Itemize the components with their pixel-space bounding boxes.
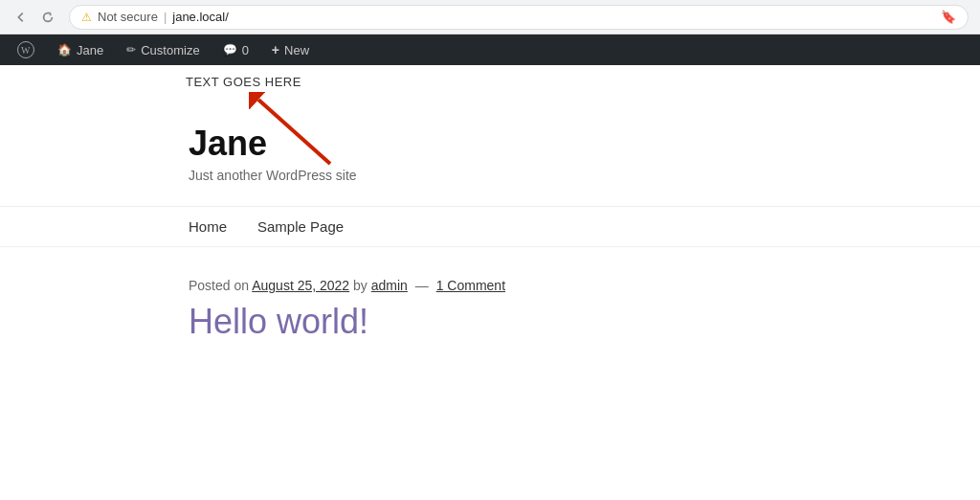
annotation-text: TEXT GOES HERE (186, 75, 301, 89)
post-title: Hello world! (189, 301, 791, 342)
comments-icon: 💬 (223, 43, 237, 57)
em-dash: — (415, 278, 433, 293)
wp-logo-item[interactable]: W (8, 34, 44, 65)
svg-text:W: W (21, 45, 31, 56)
site-header-area: TEXT GOES HERE Jane Just another WordPre… (0, 65, 980, 198)
address-bar[interactable]: ⚠ Not secure | jane.local/ 🔖 (69, 5, 969, 30)
site-description: Just another WordPress site (189, 168, 980, 183)
back-button[interactable] (11, 8, 31, 27)
nav-inner: Home Sample Page (0, 218, 980, 235)
url-text: jane.local/ (172, 10, 229, 24)
post-author-link[interactable]: admin (371, 278, 408, 293)
nav-sample-page[interactable]: Sample Page (257, 218, 344, 235)
customize-icon: ✏ (126, 43, 136, 57)
wp-admin-bar: W 🏠 Jane ✏ Customize 💬 0 + New (0, 34, 980, 65)
admin-bar-customize[interactable]: ✏ Customize (117, 34, 209, 65)
post-comment-link[interactable]: 1 Comment (436, 278, 505, 293)
post-date-link[interactable]: August 25, 2022 (252, 278, 349, 293)
bookmark-icon[interactable]: 🔖 (941, 10, 956, 24)
site-admin-icon: 🏠 (57, 43, 72, 57)
nav-home[interactable]: Home (189, 218, 227, 235)
admin-bar-comments[interactable]: 💬 0 (213, 34, 258, 65)
new-label: New (284, 43, 309, 57)
post-meta: Posted on August 25, 2022 by admin — 1 C… (189, 278, 791, 293)
security-warning-icon: ⚠ (81, 11, 92, 24)
browser-nav-buttons (11, 8, 57, 27)
customize-label: Customize (141, 43, 199, 57)
url-separator: | (164, 10, 167, 24)
by-text: by (353, 278, 371, 293)
admin-bar-new[interactable]: + New (262, 34, 319, 65)
admin-bar-site[interactable]: 🏠 Jane (48, 34, 113, 65)
wp-logo-icon: W (17, 41, 34, 58)
posted-on-text: Posted on (189, 278, 249, 293)
browser-titlebar: ⚠ Not secure | jane.local/ 🔖 (0, 0, 980, 34)
refresh-button[interactable] (38, 8, 57, 27)
page-content: TEXT GOES HERE Jane Just another WordPre… (0, 65, 980, 500)
security-text: Not secure (98, 10, 158, 24)
main-content: Posted on August 25, 2022 by admin — 1 C… (0, 247, 980, 342)
site-branding: Jane Just another WordPress site (0, 84, 980, 198)
comments-count: 0 (242, 43, 249, 57)
site-navigation: Home Sample Page (0, 206, 980, 247)
site-admin-label: Jane (77, 43, 103, 57)
new-icon: + (272, 42, 279, 57)
site-title: Jane (189, 123, 980, 164)
